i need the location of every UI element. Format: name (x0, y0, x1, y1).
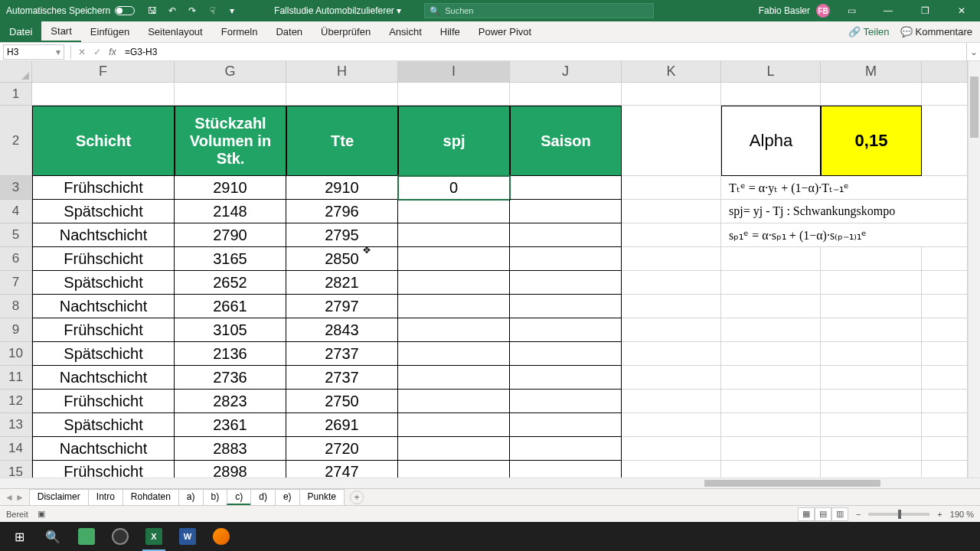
view-break-icon[interactable]: ▥ (831, 507, 848, 521)
tab-einfuegen[interactable]: Einfügen (81, 21, 139, 42)
save-icon[interactable]: 🖫 (144, 2, 161, 19)
cell-K9[interactable] (622, 318, 721, 342)
tab-powerpivot[interactable]: Power Pivot (469, 21, 541, 42)
cell-H9[interactable]: 2843 (286, 318, 398, 342)
cell-I4[interactable] (398, 200, 510, 223)
cell-G2[interactable]: Stückzahl Volumen in Stk. (175, 106, 286, 176)
macro-record-icon[interactable]: ▣ (38, 509, 45, 519)
cell-F1[interactable] (32, 83, 175, 106)
cell-F12[interactable]: Frühschicht (32, 390, 175, 413)
column-header-[interactable] (922, 61, 968, 82)
cell-H1[interactable] (286, 83, 398, 106)
column-header-J[interactable]: J (510, 61, 622, 82)
row-header-13[interactable]: 13 (0, 413, 32, 437)
touch-icon[interactable]: ☟ (204, 2, 220, 19)
cells-area[interactable]: SchichtStückzahl Volumen in Stk.TtespjSa… (32, 83, 968, 478)
cell-H3[interactable]: 2910 (286, 176, 398, 200)
tab-start[interactable]: Start (41, 21, 80, 42)
cancel-formula-icon[interactable]: ✕ (74, 44, 90, 60)
view-buttons[interactable]: ▦ ▤ ▥ (798, 507, 848, 521)
cell-I9[interactable] (398, 318, 510, 342)
vertical-scrollbar[interactable] (968, 61, 980, 478)
cell-6[interactable] (922, 247, 968, 271)
cell-M9[interactable] (821, 318, 922, 342)
row-header-11[interactable]: 11 (0, 366, 32, 390)
cell-M1[interactable] (821, 83, 922, 106)
horizontal-scrollbar[interactable] (0, 478, 980, 488)
row-header-2[interactable]: 2 (0, 106, 32, 176)
cell-F9[interactable]: Frühschicht (32, 318, 175, 342)
taskbar-app-1[interactable] (70, 522, 103, 551)
row-header-12[interactable]: 12 (0, 390, 32, 413)
column-header-H[interactable]: H (286, 61, 398, 82)
taskbar-firefox[interactable] (205, 522, 237, 551)
cell-I2[interactable]: spj (398, 106, 510, 176)
tab-daten[interactable]: Daten (266, 21, 312, 42)
cell-J3[interactable] (510, 176, 622, 200)
cell-H8[interactable]: 2797 (286, 295, 398, 318)
cell-J2[interactable]: Saison (510, 106, 622, 176)
cell-G5[interactable]: 2790 (175, 223, 286, 247)
cell-K3[interactable] (622, 176, 721, 200)
cell-M14[interactable] (821, 437, 922, 461)
enter-formula-icon[interactable]: ✓ (90, 44, 105, 60)
cell-H14[interactable]: 2720 (286, 437, 398, 461)
sheet-tab-Rohdaten[interactable]: Rohdaten (122, 489, 179, 505)
cell-G3[interactable]: 2910 (175, 176, 286, 200)
cell-9[interactable] (922, 318, 968, 342)
row-header-8[interactable]: 8 (0, 295, 32, 318)
ribbon-options-icon[interactable]: ▭ (836, 0, 867, 21)
cell-L8[interactable] (721, 295, 821, 318)
cell-G10[interactable]: 2136 (175, 342, 286, 366)
search-taskbar-icon[interactable]: 🔍 (37, 522, 69, 551)
cell-F3[interactable]: Frühschicht (32, 176, 175, 200)
cell-J1[interactable] (510, 83, 622, 106)
cell-F14[interactable]: Nachtschicht (32, 437, 175, 461)
row-header-1[interactable]: 1 (0, 83, 32, 106)
cell-L2[interactable]: Alpha (721, 106, 821, 176)
cell-G7[interactable]: 2652 (175, 271, 286, 295)
cell-K8[interactable] (622, 295, 721, 318)
cell-G13[interactable]: 2361 (175, 413, 286, 437)
cell-I1[interactable] (398, 83, 510, 106)
fx-icon[interactable]: fx (105, 44, 120, 60)
cell-K1[interactable] (622, 83, 721, 106)
cell-14[interactable] (922, 437, 968, 461)
formula-input[interactable]: =G3-H3 (120, 47, 966, 57)
cell-K5[interactable] (622, 223, 721, 247)
cell-J8[interactable] (510, 295, 622, 318)
cell-L9[interactable] (721, 318, 821, 342)
cell-F2[interactable]: Schicht (32, 106, 175, 176)
autosave-toggle[interactable]: Automatisches Speichern (0, 5, 141, 16)
sheet-tab-c[interactable]: c) (227, 489, 251, 505)
cell-L14[interactable] (721, 437, 821, 461)
cell-H13[interactable]: 2691 (286, 413, 398, 437)
sheet-tab-Disclaimer[interactable]: Disclaimer (29, 489, 89, 505)
close-icon[interactable]: ✕ (946, 0, 977, 21)
cell-K4[interactable] (622, 200, 721, 223)
undo-icon[interactable]: ↶ (164, 2, 181, 19)
dropdown-icon[interactable]: ▾ (224, 2, 240, 19)
sheet-tab-Intro[interactable]: Intro (88, 489, 123, 505)
cell-13[interactable] (922, 413, 968, 437)
cell-M7[interactable] (821, 271, 922, 295)
cell-I5[interactable] (398, 223, 510, 247)
toggle-switch[interactable] (115, 6, 135, 15)
cell-J4[interactable] (510, 200, 622, 223)
cell-12[interactable] (922, 390, 968, 413)
cell-F4[interactable]: Spätschicht (32, 200, 175, 223)
sheet-tab-b[interactable]: b) (203, 489, 228, 505)
taskbar-obs[interactable] (104, 522, 136, 551)
select-all-button[interactable] (0, 61, 32, 83)
view-normal-icon[interactable]: ▦ (798, 507, 815, 521)
cell-G12[interactable]: 2823 (175, 390, 286, 413)
minimize-icon[interactable]: — (873, 0, 903, 21)
cell-M11[interactable] (821, 366, 922, 390)
cell-I3[interactable]: 0 (398, 176, 510, 200)
cell-H6[interactable]: 2850 (286, 247, 398, 271)
sheet-tab-e[interactable]: e) (275, 489, 300, 505)
taskbar-word[interactable]: W (172, 522, 204, 551)
zoom-level[interactable]: 190 % (950, 510, 974, 519)
comments-button[interactable]: 💬 Kommentare (900, 26, 972, 37)
tab-ueberpruefen[interactable]: Überprüfen (312, 21, 380, 42)
